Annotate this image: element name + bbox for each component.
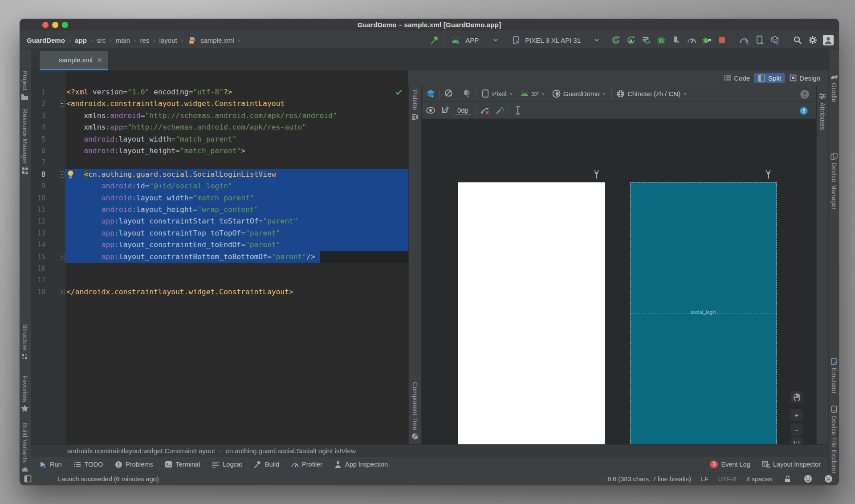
event-log-badge: 3 xyxy=(710,460,718,468)
settings-button[interactable] xyxy=(807,35,818,45)
toolwindow-tab-project[interactable]: Project xyxy=(20,70,30,103)
indent-style[interactable]: 4 spaces xyxy=(746,476,772,483)
toolwindow-tab-resource-manager[interactable]: Resource Manager xyxy=(20,109,30,177)
fold-marker[interactable]: − xyxy=(59,171,65,178)
tool-button-problems[interactable]: Problems xyxy=(114,460,153,468)
toolwindow-tab-emulator[interactable]: Emulator xyxy=(829,355,839,394)
sdk-manager-button[interactable] xyxy=(770,35,780,45)
fold-marker[interactable]: − xyxy=(59,101,65,107)
intention-bulb-icon[interactable] xyxy=(67,170,74,179)
breadcrumb-item[interactable]: main xyxy=(116,37,130,44)
attach-profiler-button[interactable] xyxy=(671,35,682,45)
zoom-out-button[interactable]: − xyxy=(790,423,803,436)
line-separator[interactable]: LF xyxy=(701,476,708,483)
rerun-button[interactable] xyxy=(611,35,621,45)
api-level-select[interactable]: 32 xyxy=(531,90,539,98)
component-tree-tab[interactable]: Component Tree xyxy=(409,382,421,443)
debug-button[interactable] xyxy=(656,35,667,45)
view-mode-code[interactable]: Code xyxy=(720,73,754,83)
tab-sample-xml[interactable]: sample.xml ✕ xyxy=(40,51,108,70)
infer-constraints-icon[interactable] xyxy=(494,105,505,116)
close-tab-icon[interactable]: ✕ xyxy=(97,57,102,64)
default-margins-select[interactable]: 0dp xyxy=(455,106,471,114)
tool-button-run[interactable]: Run xyxy=(39,460,62,468)
run-config-chevron-icon[interactable] xyxy=(490,35,501,45)
gradle-sync-button[interactable] xyxy=(739,35,750,45)
profile-button[interactable] xyxy=(686,35,697,45)
toolwindow-tab-device-file-explorer[interactable]: Device File Explorer xyxy=(829,403,839,474)
issue-panel-icon[interactable] xyxy=(799,89,810,100)
breadcrumb-item[interactable]: src xyxy=(97,37,106,44)
toolwindow-tab-favorites[interactable]: Favorites xyxy=(20,375,30,415)
breadcrumb-item[interactable]: GuardDemo xyxy=(27,37,65,44)
file-encoding[interactable]: UTF-8 xyxy=(718,476,737,483)
attach-debugger-button[interactable] xyxy=(701,35,712,45)
orientation-icon[interactable] xyxy=(444,88,454,99)
tool-button-profiler[interactable]: Profiler xyxy=(291,460,322,468)
theme-icon[interactable] xyxy=(462,88,472,99)
toolwindow-tab-device-manager[interactable]: Device Manager xyxy=(829,150,839,210)
apply-changes-button[interactable]: A xyxy=(626,35,636,45)
code-line: app:layout_constraintEnd_toEndOf="parent… xyxy=(66,239,280,251)
editor-breadcrumb-item[interactable]: androidx.constraintlayout.widget.Constra… xyxy=(67,447,215,455)
layout-inspector-button[interactable]: Layout Inspector xyxy=(762,460,821,468)
breadcrumb-item[interactable]: res xyxy=(140,37,149,44)
fold-marker[interactable]: ⌂ xyxy=(59,254,65,260)
device-select[interactable]: PIXEL 3 XL API 31 xyxy=(525,37,581,44)
design-surface[interactable] xyxy=(458,182,605,451)
build-project-icon[interactable] xyxy=(429,35,440,45)
device-chevron-icon[interactable] xyxy=(591,35,602,45)
code-editor[interactable]: 12−345678−9101112131415⌂161718⌂ <?xml ve… xyxy=(31,70,408,444)
locale-select[interactable]: Chinese (zh / CN) xyxy=(627,90,680,98)
design-toolbar-row2: 0dp xyxy=(422,102,816,118)
caret-position[interactable]: 8:6 (383 chars, 7 line breaks) xyxy=(607,476,691,483)
chevron-down-icon: ∨ xyxy=(603,91,606,96)
resmgr-icon xyxy=(21,167,29,175)
apply-code-changes-button[interactable] xyxy=(641,35,651,45)
event-log-button[interactable]: 3Event Log xyxy=(710,460,750,468)
breadcrumb-item[interactable]: layout xyxy=(159,37,177,44)
app-theme-select[interactable]: GuardDemo xyxy=(563,90,600,98)
blueprint-surface[interactable]: social_login xyxy=(630,182,777,451)
autoconnect-icon[interactable] xyxy=(440,105,450,116)
profile-avatar[interactable] xyxy=(823,35,834,45)
pan-button[interactable] xyxy=(790,390,803,404)
tool-button-terminal[interactable]: Terminal xyxy=(164,460,200,468)
tool-button-app-inspection[interactable]: App Inspection xyxy=(334,460,388,468)
palette-tab[interactable]: Palette xyxy=(409,90,421,123)
breadcrumb-item[interactable]: sample.xml xyxy=(200,37,234,44)
breadcrumb-item[interactable]: app xyxy=(75,37,87,44)
tool-button-logcat[interactable]: Logcat xyxy=(212,460,242,468)
search-everywhere-button[interactable] xyxy=(792,35,803,45)
svg-text:?: ? xyxy=(802,108,806,114)
readonly-lock-icon[interactable] xyxy=(782,474,793,484)
editor-breadcrumb-item[interactable]: cn.authing.guard.social.SocialLoginListV… xyxy=(226,447,356,455)
tool-button-build[interactable]: Build xyxy=(254,460,279,468)
stop-button[interactable] xyxy=(717,35,727,45)
design-canvas[interactable]: social_login + − 1:1 xyxy=(422,119,816,444)
tool-button-label: Logcat xyxy=(223,461,242,468)
breadcrumb-separator: › xyxy=(153,37,155,44)
device-manager-button[interactable] xyxy=(754,35,765,45)
tool-button-todo[interactable]: TODO xyxy=(73,460,103,468)
view-options-icon[interactable] xyxy=(425,105,436,116)
clear-constraints-icon[interactable] xyxy=(480,105,491,116)
inspections-ok-icon[interactable] xyxy=(395,89,402,95)
split-mode-icon xyxy=(758,74,765,82)
feedback-happy-icon[interactable] xyxy=(802,474,813,484)
toolwindow-tab-gradle[interactable]: Gradle xyxy=(829,70,839,102)
toolwindow-tab-structure[interactable]: Structure xyxy=(20,324,30,363)
run-configuration-select[interactable]: APP xyxy=(465,37,479,44)
device-select[interactable]: Pixel xyxy=(492,90,507,98)
help-icon[interactable]: ? xyxy=(798,106,809,116)
zoom-in-button[interactable]: + xyxy=(790,408,803,422)
toolbar-divider xyxy=(476,106,476,115)
pack-icon[interactable] xyxy=(513,105,523,116)
attributes-tab[interactable]: Attributes xyxy=(817,90,828,130)
toolwindow-tab-build-variants[interactable]: Build Variants xyxy=(20,423,30,476)
fold-marker[interactable]: ⌂ xyxy=(59,289,65,295)
view-mode-design[interactable]: Design xyxy=(785,73,824,83)
feedback-sad-icon[interactable] xyxy=(823,474,834,484)
view-mode-split[interactable]: Split xyxy=(754,73,785,83)
design-surface-icon[interactable] xyxy=(425,88,436,99)
